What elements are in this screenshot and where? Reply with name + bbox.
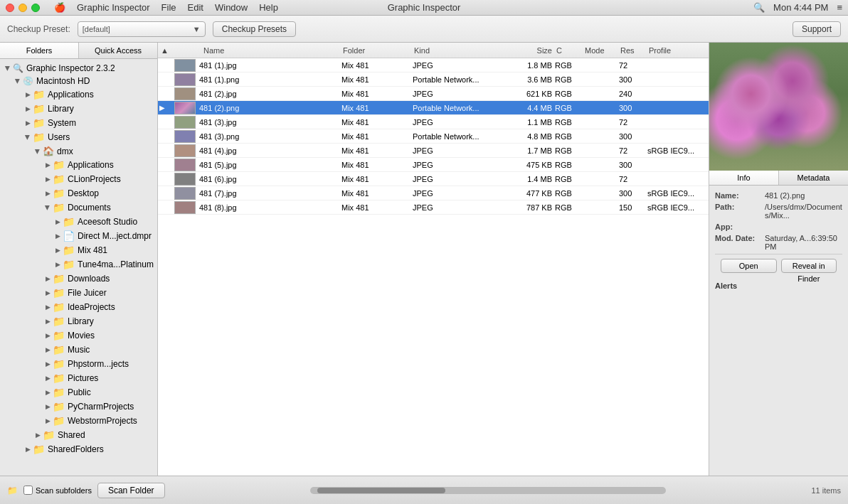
tree-arrow: ▶ <box>23 119 33 127</box>
minimize-button[interactable] <box>18 4 27 12</box>
tab-metadata[interactable]: Metadata <box>779 171 848 185</box>
tree-icon: 📁 <box>33 103 45 114</box>
sidebar-item-library[interactable]: ▶📁Library <box>0 102 157 116</box>
cell-color: RGB <box>553 118 582 127</box>
cell-name: 481 (1).png <box>198 75 340 84</box>
cell-res: 300 <box>618 161 646 169</box>
support-button[interactable]: Support <box>793 21 841 37</box>
sidebar-item-applications-dmx[interactable]: ▶📁Applications <box>0 158 157 172</box>
table-row[interactable]: 481 (6).jpgMix 481JPEG1.4 MBRGB72 <box>158 172 709 186</box>
cell-kind: Portable Network... <box>411 104 504 112</box>
sidebar-item-sharedfolders[interactable]: ▶📁SharedFolders <box>0 442 157 456</box>
col-header-res[interactable]: Res <box>620 46 649 55</box>
sidebar-item-tune4mac[interactable]: ▶📁Tune4ma...Platinum <box>0 257 157 272</box>
tree-icon: 📁 <box>53 358 65 370</box>
reveal-in-finder-button[interactable]: Reveal in Finder <box>781 259 837 273</box>
table-row[interactable]: 481 (2).jpgMix 481JPEG621 KBRGB240 <box>158 87 709 101</box>
menu-app-name[interactable]: Graphic Inspector <box>77 2 150 13</box>
cell-flag: ▶ <box>158 104 172 112</box>
scan-subfolders-checkbox[interactable] <box>23 486 33 495</box>
sidebar-item-graphic-inspector[interactable]: ▶🔍Graphic Inspector 2.3.2 <box>0 62 157 75</box>
tab-info[interactable]: Info <box>709 171 779 185</box>
table-row[interactable]: 481 (8).jpgMix 481JPEG787 KBRGB150sRGB I… <box>158 200 709 215</box>
titlebar-right: 🔍 Mon 4:44 PM ≡ <box>753 2 842 13</box>
sidebar-item-applications[interactable]: ▶📁Applications <box>0 87 157 102</box>
menu-apple[interactable]: 🍎 <box>54 2 65 13</box>
tree-icon: 🔍 <box>13 63 23 73</box>
menu-file[interactable]: File <box>161 2 176 13</box>
cell-res: 150 <box>618 203 646 212</box>
search-icon[interactable]: 🔍 <box>753 2 765 13</box>
menu-help[interactable]: Help <box>259 2 278 13</box>
cell-size: 4.4 MB <box>504 104 553 112</box>
col-header-kind[interactable]: Kind <box>414 46 507 55</box>
sidebar-item-pictures[interactable]: ▶📁Pictures <box>0 371 157 385</box>
sidebar-item-label: Mix 481 <box>78 245 107 255</box>
thumbnail <box>174 187 196 200</box>
maximize-button[interactable] <box>31 4 40 12</box>
cell-color: RGB <box>553 104 582 112</box>
sidebar-item-filejuicer[interactable]: ▶📁File Juicer <box>0 286 157 300</box>
tree-arrow: ▶ <box>24 132 31 142</box>
sidebar-item-users[interactable]: ▶📁Users <box>0 130 157 144</box>
sidebar-item-clionprojects[interactable]: ▶📁CLionProjects <box>0 172 157 186</box>
table-row[interactable]: 481 (1).pngMix 481Portable Network...3.6… <box>158 73 709 87</box>
cell-color: RGB <box>553 189 582 198</box>
sidebar-item-shared[interactable]: ▶📁Shared <box>0 428 157 442</box>
sidebar-item-system[interactable]: ▶📁System <box>0 116 157 130</box>
tab-folders[interactable]: Folders <box>0 43 79 58</box>
col-header-color[interactable]: C <box>556 46 585 55</box>
sidebar-item-movies[interactable]: ▶📁Movies <box>0 328 157 343</box>
scan-folder-button[interactable]: Scan Folder <box>97 483 165 498</box>
sidebar-item-mix481[interactable]: ▶📁Mix 481 <box>0 243 157 257</box>
col-header-folder[interactable]: Folder <box>343 46 414 55</box>
preset-select[interactable]: [default] ▼ <box>78 21 206 37</box>
menu-window[interactable]: Window <box>215 2 248 13</box>
sidebar-item-documents[interactable]: ▶📁Documents <box>0 200 157 215</box>
sidebar-item-public[interactable]: ▶📁Public <box>0 385 157 400</box>
sidebar-item-label: Phpstorm...jects <box>68 359 129 369</box>
col-header-mode[interactable]: Mode <box>585 46 620 55</box>
cell-color: RGB <box>553 146 582 155</box>
close-button[interactable] <box>6 4 14 12</box>
sidebar-item-pycharmprojects[interactable]: ▶📁PyCharmProjects <box>0 400 157 414</box>
cell-res: 300 <box>618 75 646 84</box>
file-list[interactable]: 481 (1).jpgMix 481JPEG1.8 MBRGB72481 (1)… <box>158 58 709 476</box>
col-header-name[interactable]: Name <box>201 46 343 55</box>
table-row[interactable]: ▶481 (2).pngMix 481Portable Network...4.… <box>158 101 709 115</box>
tree-arrow: ▶ <box>43 360 53 368</box>
table-row[interactable]: 481 (3).jpgMix 481JPEG1.1 MBRGB72 <box>158 115 709 129</box>
table-row[interactable]: 481 (5).jpgMix 481JPEG475 KBRGB300 <box>158 158 709 172</box>
sidebar-item-direct-mail[interactable]: ▶📄Direct M...ject.dmpr <box>0 229 157 243</box>
sidebar-item-desktop[interactable]: ▶📁Desktop <box>0 186 157 200</box>
list-icon[interactable]: ≡ <box>837 2 842 13</box>
thumbnail <box>174 102 196 114</box>
table-row[interactable]: 481 (7).jpgMix 481JPEG477 KBRGB300sRGB I… <box>158 186 709 200</box>
table-row[interactable]: 481 (1).jpgMix 481JPEG1.8 MBRGB72 <box>158 58 709 73</box>
sidebar-item-aceesoft[interactable]: ▶📁Aceesoft Studio <box>0 215 157 229</box>
tree-icon: 📁 <box>63 216 75 227</box>
horizontal-scrollbar[interactable] <box>310 487 666 494</box>
col-header-profile[interactable]: Profile <box>649 46 706 55</box>
sidebar-item-library2[interactable]: ▶📁Library <box>0 314 157 328</box>
table-row[interactable]: 481 (3).pngMix 481Portable Network...4.8… <box>158 129 709 144</box>
tab-quick-access[interactable]: Quick Access <box>79 43 157 58</box>
checkup-presets-button[interactable]: Checkup Presets <box>213 21 296 37</box>
sidebar-item-webstormprojects[interactable]: ▶📁WebstormProjects <box>0 414 157 428</box>
col-header-size[interactable]: Size <box>507 46 556 55</box>
sidebar-item-macintosh-hd[interactable]: ▶💿Macintosh HD <box>0 75 157 87</box>
sidebar-item-dmx[interactable]: ▶🏠dmx <box>0 144 157 158</box>
sidebar-item-phpstorm[interactable]: ▶📁Phpstorm...jects <box>0 357 157 371</box>
preview-area <box>709 43 848 171</box>
sidebar-item-ideaprojects[interactable]: ▶📁IdeaProjects <box>0 300 157 314</box>
titlebar: 🍎 Graphic Inspector File Edit Window Hel… <box>0 0 848 16</box>
sidebar-item-label: Applications <box>48 90 94 100</box>
scrollbar-thumb[interactable] <box>317 488 445 493</box>
sidebar-item-downloads[interactable]: ▶📁Downloads <box>0 272 157 286</box>
preview-image <box>709 43 848 171</box>
table-row[interactable]: 481 (4).jpgMix 481JPEG1.7 MBRGB72sRGB IE… <box>158 144 709 158</box>
thumbnail <box>174 173 196 186</box>
sidebar-item-music[interactable]: ▶📁Music <box>0 343 157 357</box>
menu-edit[interactable]: Edit <box>188 2 203 13</box>
open-button[interactable]: Open <box>721 259 777 273</box>
